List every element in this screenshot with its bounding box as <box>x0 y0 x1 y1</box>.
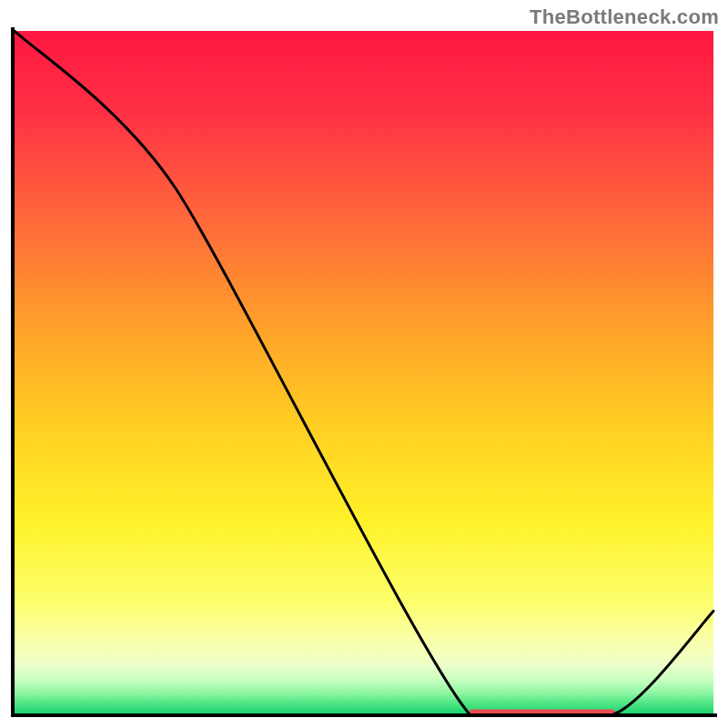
chart-svg <box>11 27 717 717</box>
x-axis-line <box>11 713 717 717</box>
chart-background-gradient <box>15 31 713 713</box>
plot-area <box>11 27 717 717</box>
chart-stage: TheBottleneck.com <box>0 0 728 728</box>
watermark-text: TheBottleneck.com <box>530 5 719 29</box>
y-axis-line <box>11 27 15 717</box>
